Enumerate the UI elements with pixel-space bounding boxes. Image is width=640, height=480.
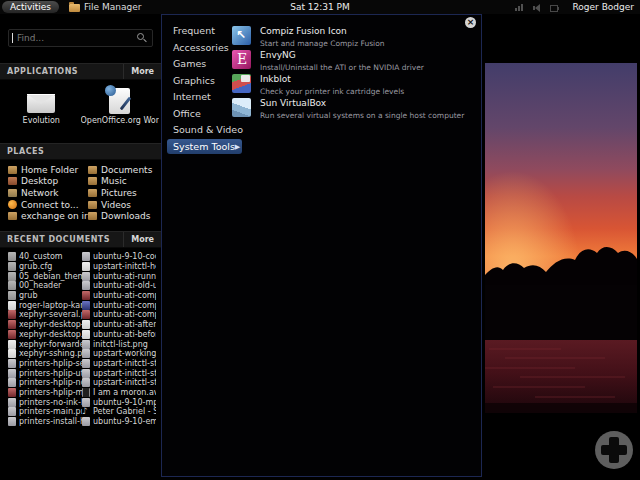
menu-app-item[interactable]: Sun VirtualBox Run several virtual syste… <box>232 98 480 117</box>
place-item[interactable]: Desktop <box>8 176 88 188</box>
applications-more-button[interactable]: More <box>123 64 161 79</box>
place-item[interactable]: Documents <box>88 164 161 176</box>
recent-document-item[interactable]: 40_custom <box>8 252 82 262</box>
document-icon <box>8 340 16 349</box>
document-label: upstart-initctl-sta... <box>93 378 156 387</box>
recent-document-item[interactable]: printers-hplip-no-... <box>8 378 82 388</box>
recent-document-item[interactable]: roger-laptop-kar... <box>8 300 82 310</box>
clock[interactable]: Sat 12:31 PM <box>290 2 350 12</box>
tray-status-icon[interactable] <box>532 3 543 12</box>
application-launcher[interactable]: OpenOffice.org Word Pr... <box>81 85 160 139</box>
place-item[interactable]: Home Folder <box>8 164 88 176</box>
document-label: ubuntu-ati-old-un... <box>93 281 156 290</box>
place-item[interactable]: Videos <box>88 199 161 211</box>
recent-document-item[interactable]: printers-no-ink-le... <box>8 397 82 407</box>
place-label: Videos <box>101 200 131 210</box>
app-description: Start and manage Compiz Fusion <box>260 39 385 48</box>
recent-document-item[interactable]: 05_debian_theme <box>8 271 82 281</box>
recent-document-item[interactable]: xephyr-sshing.png <box>8 349 82 359</box>
document-label: xephyr-desktop.p... <box>19 330 82 339</box>
recent-document-item[interactable]: ubuntu-ati-after.p... <box>82 320 156 330</box>
app-description: Check your printer ink cartridge levels <box>260 87 404 96</box>
search-input[interactable] <box>13 33 137 43</box>
tray-status-icon[interactable] <box>549 3 560 12</box>
recent-document-item[interactable]: upstart-initctl-sta... <box>82 378 156 388</box>
menu-app-item[interactable]: Compiz Fusion Icon Start and manage Comp… <box>232 26 480 45</box>
document-icon <box>8 301 16 310</box>
recent-document-item[interactable]: printers-hplip-set... <box>8 359 82 369</box>
document-icon <box>8 407 16 416</box>
recent-document-item[interactable]: ubuntu-ati-runnin... <box>82 271 156 281</box>
recent-document-item[interactable]: ubuntu-9-10-cod... <box>82 252 156 262</box>
document-icon <box>82 349 90 358</box>
menu-category[interactable]: Accessories <box>167 40 242 55</box>
recent-document-item[interactable]: ubuntu-9-10-emp... <box>82 417 156 427</box>
recent-document-item[interactable]: xephyr-desktop.p... <box>8 329 82 339</box>
menu-category[interactable]: Internet <box>167 89 242 104</box>
menu-category-label: Graphics <box>173 74 215 87</box>
recent-document-item[interactable]: ubuntu-ati-old-un... <box>82 281 156 291</box>
place-item[interactable]: Connect to... <box>8 199 88 211</box>
app-button-file-manager[interactable]: File Manager <box>69 2 141 12</box>
menu-app-item[interactable]: Inkblot Check your printer ink cartridge… <box>232 74 480 93</box>
document-icon <box>82 407 90 416</box>
document-label: 40_custom <box>19 252 63 261</box>
document-label: printers-hplip-no-... <box>19 378 82 387</box>
recent-document-item[interactable]: grub <box>8 291 82 301</box>
recent-document-item[interactable]: Peter Gabriel - Sh... <box>82 407 156 417</box>
recent-document-item[interactable]: I am a moron.avi <box>82 388 156 398</box>
app-icon <box>232 98 251 117</box>
menu-category[interactable]: Frequent <box>167 23 242 38</box>
recent-document-item[interactable]: xephyr-desktop-g... <box>8 320 82 330</box>
document-label: xephyr-sshing.png <box>19 349 82 358</box>
recent-document-item[interactable]: upstart-initctl-sto... <box>82 359 156 369</box>
recent-document-item[interactable]: printers-main.png <box>8 407 82 417</box>
recent-document-item[interactable]: upstart-initctl-stat... <box>82 368 156 378</box>
recent-documents-more-button[interactable]: More <box>123 232 161 247</box>
menu-category[interactable]: System Tools <box>167 139 242 154</box>
search-box[interactable] <box>8 29 153 47</box>
recent-document-item[interactable]: printers-hplip-util... <box>8 368 82 378</box>
tray-status-icon[interactable] <box>515 3 526 12</box>
app-icon <box>232 74 251 93</box>
recent-document-item[interactable]: ubuntu-9-10-mp3... <box>82 397 156 407</box>
document-icon <box>82 359 90 368</box>
document-label: printers-main.png <box>19 407 82 416</box>
recent-document-item[interactable]: upstart-working.p... <box>82 349 156 359</box>
document-icon <box>8 281 16 290</box>
places-section-header: PLACES <box>0 143 161 160</box>
place-item[interactable]: Pictures <box>88 187 161 199</box>
app-title: Compiz Fusion Icon <box>260 26 385 36</box>
user-menu[interactable]: Roger Bodger <box>572 2 634 12</box>
recent-document-item[interactable]: xephyr-several.png <box>8 310 82 320</box>
menu-category[interactable]: Graphics <box>167 73 242 88</box>
place-item[interactable]: Music <box>88 176 161 188</box>
document-label: printers-hplip-util... <box>19 369 82 378</box>
document-icon <box>8 417 16 426</box>
recent-document-item[interactable]: printers-install-hp... <box>8 417 82 427</box>
menu-category[interactable]: Office <box>167 106 242 121</box>
recent-document-item[interactable]: xephyr-forwarde... <box>8 339 82 349</box>
recent-document-item[interactable]: ubuntu-ati-compi... <box>82 310 156 320</box>
place-label: Downloads <box>101 211 150 221</box>
recent-document-item[interactable]: initctl-list.png <box>82 339 156 349</box>
recent-document-item[interactable]: ubuntu-ati-compi... <box>82 291 156 301</box>
recent-document-item[interactable]: 00_header <box>8 281 82 291</box>
menu-category[interactable]: Sound & Video <box>167 122 242 137</box>
place-item[interactable]: exchange on ira <box>8 210 88 222</box>
overview-sidebar: APPLICATIONS More Evolution OpenOffice.o… <box>0 14 161 480</box>
workspace-thumbnail[interactable] <box>485 63 637 413</box>
recent-document-item[interactable]: ubuntu-ati-before... <box>82 329 156 339</box>
add-workspace-button[interactable] <box>595 431 633 469</box>
menu-category[interactable]: Games <box>167 56 242 71</box>
activities-button[interactable]: Activities <box>2 1 59 13</box>
recent-document-item[interactable]: grub.cfg <box>8 262 82 272</box>
document-icon <box>8 252 16 261</box>
place-item[interactable]: Downloads <box>88 210 161 222</box>
place-item[interactable]: Network <box>8 187 88 199</box>
recent-document-item[interactable]: printers-hplip-me... <box>8 388 82 398</box>
recent-document-item[interactable]: ubuntu-ati-compi... <box>82 300 156 310</box>
application-launcher[interactable]: Evolution <box>2 85 81 139</box>
menu-app-item[interactable]: EnvyNG Install/Uninstall the ATI or the … <box>232 50 480 69</box>
recent-document-item[interactable]: upstart-initctl-hel... <box>82 262 156 272</box>
